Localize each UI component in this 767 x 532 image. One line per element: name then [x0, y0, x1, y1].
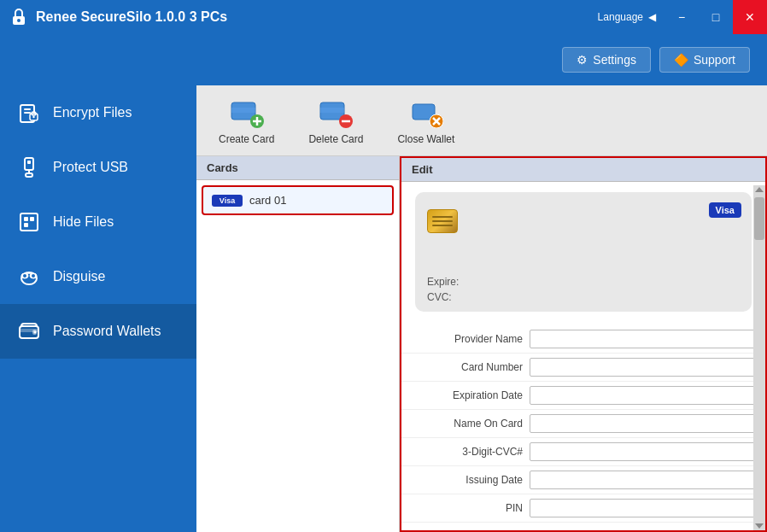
encrypt-files-label: Encrypt Files: [53, 105, 132, 120]
scroll-down-arrow[interactable]: [755, 523, 764, 529]
protect-usb-icon: [17, 155, 41, 179]
form-row-issuing-date: Issuing Date: [401, 466, 765, 494]
edit-panel-header: Edit: [401, 158, 765, 182]
name-on-card-input[interactable]: [530, 414, 755, 433]
card-list-item[interactable]: Visa card 01: [202, 185, 394, 215]
svg-rect-11: [26, 173, 32, 177]
app-title-area: Renee SecureSilo 1.0.0 3 PCs: [9, 7, 227, 27]
sidebar-item-hide-files[interactable]: Hide Files: [0, 195, 196, 249]
sidebar-item-protect-usb[interactable]: Protect USB: [0, 140, 196, 195]
settings-label: Settings: [593, 53, 636, 67]
password-wallets-label: Password Wallets: [53, 324, 161, 339]
delete-card-icon: [319, 96, 353, 130]
name-on-card-label: Name On Card: [412, 418, 523, 430]
hide-files-label: Hide Files: [53, 214, 114, 230]
pin-label: PIN: [412, 502, 523, 514]
card-preview: Visa Expire: CVC:: [415, 192, 752, 312]
restore-button[interactable]: □: [699, 0, 733, 34]
form-row-expiration-date: Expiration Date: [401, 382, 765, 410]
svg-rect-12: [20, 213, 38, 231]
scrollbar-thumb[interactable]: [754, 197, 764, 240]
disguise-label: Disguise: [53, 269, 105, 284]
close-wallet-button[interactable]: Close Wallet: [389, 92, 463, 149]
card-cvc-label: CVC:: [427, 291, 740, 303]
chip-lines: [432, 216, 453, 226]
pin-input[interactable]: [530, 499, 755, 517]
chip-line-2: [432, 220, 453, 222]
form-row-cvc: 3-Digit-CVC#: [401, 438, 765, 466]
sidebar-item-disguise[interactable]: Disguise: [0, 249, 196, 304]
card-chip-icon: [427, 209, 458, 233]
close-wallet-icon: [409, 96, 443, 130]
chip-line-1: [432, 216, 453, 218]
gear-icon: ⚙: [577, 53, 588, 67]
card-number-label: Card Number: [412, 361, 523, 373]
create-card-icon: [230, 96, 264, 130]
cards-panel-header: Cards: [196, 156, 399, 180]
svg-rect-4: [24, 112, 31, 114]
card-number-input[interactable]: [530, 358, 755, 377]
password-wallets-icon: [17, 319, 41, 343]
cards-panel: Cards Visa card 01: [196, 156, 400, 532]
top-nav: ⚙ Settings 🔶 Support: [0, 34, 767, 85]
support-label: Support: [694, 53, 735, 67]
scrollbar[interactable]: [753, 185, 765, 530]
svg-rect-16: [30, 223, 34, 227]
protect-usb-label: Protect USB: [53, 160, 128, 175]
minimize-button[interactable]: −: [665, 0, 699, 34]
form-row-name-on-card: Name On Card: [401, 410, 765, 438]
form-row-provider-name: Provider Name: [401, 325, 765, 354]
delete-card-label: Delete Card: [308, 133, 363, 145]
provider-name-input[interactable]: [530, 330, 755, 348]
svg-point-21: [32, 274, 35, 278]
card-expire-label: Expire:: [427, 276, 740, 288]
edit-panel: Edit Visa Expire: CVC:: [400, 156, 767, 532]
form-area: Provider Name Card Number Expiration Dat…: [401, 322, 765, 530]
app-logo-icon: [9, 7, 29, 27]
encrypt-files-icon: [17, 101, 41, 125]
cvc-input[interactable]: [530, 442, 755, 461]
toolbar: Create Card Delete Card: [196, 85, 767, 156]
sidebar-item-encrypt-files[interactable]: Encrypt Files: [0, 85, 196, 140]
svg-point-20: [23, 274, 26, 278]
scroll-up-arrow[interactable]: [755, 187, 764, 192]
disguise-icon: [17, 265, 41, 289]
issuing-date-input[interactable]: [530, 471, 755, 489]
svg-rect-28: [231, 108, 255, 113]
issuing-date-label: Issuing Date: [412, 474, 523, 486]
card-name: card 01: [249, 194, 286, 207]
support-icon: 🔶: [674, 53, 688, 67]
form-row-card-number: Card Number: [401, 354, 765, 382]
svg-rect-13: [24, 217, 28, 221]
svg-rect-3: [24, 108, 31, 110]
close-button[interactable]: ✕: [733, 0, 767, 34]
support-button[interactable]: 🔶 Support: [659, 47, 750, 73]
language-left-arrow[interactable]: ◀: [647, 11, 658, 23]
svg-point-1: [17, 19, 20, 22]
create-card-label: Create Card: [219, 133, 274, 145]
cvc-label: 3-Digit-CVC#: [412, 446, 523, 458]
language-label: Language: [598, 11, 643, 23]
sidebar-item-password-wallets[interactable]: Password Wallets: [0, 304, 196, 359]
create-card-button[interactable]: Create Card: [210, 92, 283, 149]
sidebar: Encrypt Files Protect USB: [0, 85, 196, 532]
panels: Cards Visa card 01 Edit: [196, 156, 767, 532]
visa-badge: Visa: [212, 195, 243, 207]
svg-rect-9: [27, 161, 31, 164]
svg-rect-15: [30, 217, 34, 221]
svg-rect-33: [320, 108, 344, 113]
svg-point-7: [32, 116, 34, 118]
title-bar-controls: Language ◀ − □ ✕: [591, 0, 767, 34]
svg-rect-14: [24, 223, 28, 227]
settings-button[interactable]: ⚙ Settings: [562, 47, 651, 73]
title-bar: Renee SecureSilo 1.0.0 3 PCs Language ◀ …: [0, 0, 767, 34]
hide-files-icon: [17, 210, 41, 234]
content-area: Create Card Delete Card: [196, 85, 767, 532]
chip-line-3: [432, 225, 453, 226]
svg-point-26: [34, 331, 37, 334]
expiration-date-input[interactable]: [530, 386, 755, 405]
language-area: Language ◀: [591, 11, 665, 23]
delete-card-button[interactable]: Delete Card: [300, 92, 372, 149]
app-title: Renee SecureSilo 1.0.0 3 PCs: [36, 9, 227, 25]
card-visa-badge: Visa: [709, 202, 741, 218]
